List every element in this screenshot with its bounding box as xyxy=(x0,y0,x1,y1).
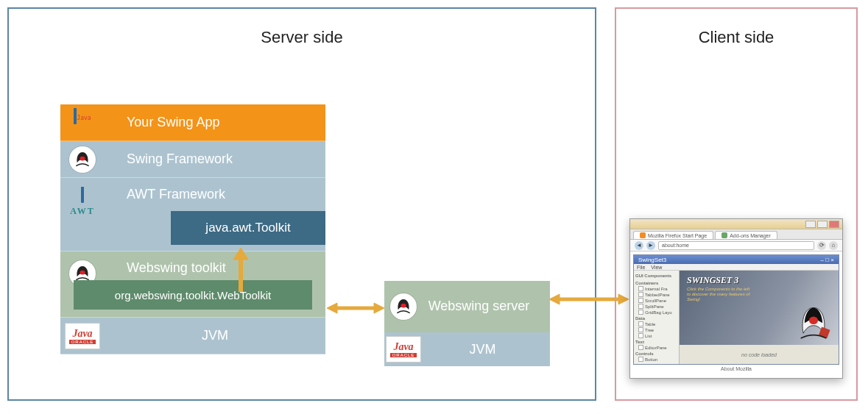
maximize-icon xyxy=(817,221,828,228)
list-item: Button xyxy=(638,357,677,362)
addons-icon xyxy=(721,232,727,238)
java-icon xyxy=(71,187,94,206)
menu-item: View xyxy=(651,265,662,270)
webswing-server-box: Webswing server Java ORACLE JVM xyxy=(384,281,550,366)
browser-viewport: SwingSet3 – □ × File View GUI Components… xyxy=(630,251,842,378)
duke-mascot-icon xyxy=(794,305,833,343)
client-side-title: Client side xyxy=(616,9,856,47)
firefox-icon xyxy=(640,232,646,238)
svg-marker-9 xyxy=(549,294,560,304)
swingset-hero: SWINGSET 3 Click the Components to the l… xyxy=(680,271,839,345)
swingset-sidebar: GUI Components Containers Internal Fra T… xyxy=(634,271,680,364)
swingset-menubar: File View xyxy=(634,264,839,271)
webswing-icon xyxy=(390,293,417,320)
browser-window: Mozilla Firefox Start Page Add-ons Manag… xyxy=(629,218,843,379)
list-item: List xyxy=(638,333,677,338)
layer-label: JVM xyxy=(105,328,325,343)
java-awt-toolkit-box: java.awt.Toolkit xyxy=(171,211,325,245)
list-item: ScrollPane xyxy=(638,298,677,303)
arrow-webtoolkit-to-server xyxy=(327,299,384,317)
list-item: SplitPane xyxy=(638,304,677,309)
svg-marker-7 xyxy=(374,303,384,313)
hero-subtitle: Click the Components to the left to disc… xyxy=(687,287,753,303)
back-icon: ◄ xyxy=(635,241,643,250)
home-icon: ⌂ xyxy=(829,241,838,250)
layer-label: Webswing server xyxy=(423,299,550,315)
layer-jvm: Java ORACLE JVM xyxy=(60,318,325,354)
list-item: TabbedPane xyxy=(638,292,677,297)
menu-item: File xyxy=(637,265,645,270)
duke-icon xyxy=(69,146,96,173)
client-side-panel: Client side Mozilla Firefox Start Page A… xyxy=(615,7,858,401)
webswing-server-layer: Webswing server xyxy=(384,281,550,332)
arrow-webtoolkit-to-awttoolkit xyxy=(230,248,252,292)
box-label: java.awt.Toolkit xyxy=(205,221,290,235)
reload-icon: ⟳ xyxy=(817,241,826,250)
browser-tab-strip: Mozilla Firefox Start Page Add-ons Manag… xyxy=(630,229,842,240)
swingset-code-panel: no code loaded xyxy=(680,345,839,364)
list-item: GridBag Layo xyxy=(638,310,677,315)
java-icon: Java xyxy=(71,108,94,138)
about-mozilla-link: About Mozilla xyxy=(633,365,839,371)
server-side-panel: Server side Java Your Swing App Swing Fr… xyxy=(7,7,596,401)
svg-point-11 xyxy=(809,317,818,324)
browser-url-field: about:home xyxy=(658,241,814,250)
close-icon xyxy=(829,221,839,228)
layer-label: AWT Framework xyxy=(105,187,325,202)
browser-titlebar xyxy=(630,219,842,229)
swingset-titlebar: SwingSet3 – □ × xyxy=(634,255,839,264)
svg-marker-4 xyxy=(233,248,248,260)
list-item: Internal Fra xyxy=(638,286,677,291)
browser-tab: Mozilla Firefox Start Page xyxy=(633,231,713,239)
browser-urlbar: ◄ ► about:home ⟳ ⌂ xyxy=(630,240,842,251)
layer-awt-framework: AWT AWT Framework java.awt.Toolkit xyxy=(60,178,325,251)
browser-tab: Add-ons Manager xyxy=(715,231,777,239)
layer-label: Webswing toolkit xyxy=(105,260,325,276)
list-item: EditorPane xyxy=(638,345,677,350)
java-oracle-icon: Java ORACLE xyxy=(65,323,100,349)
window-controls-icon: – □ × xyxy=(821,257,834,263)
forward-icon: ► xyxy=(646,241,655,250)
webswing-server-jvm-layer: Java ORACLE JVM xyxy=(384,332,550,366)
layer-webswing-toolkit: Webswing toolkit org.webswing.toolkit.We… xyxy=(60,251,325,318)
hero-title: SWINGSET 3 xyxy=(687,275,738,286)
java-oracle-icon: Java ORACLE xyxy=(386,336,421,363)
awt-text-icon: AWT xyxy=(70,206,94,217)
list-item: Table xyxy=(638,321,677,326)
svg-marker-6 xyxy=(327,303,337,313)
list-item: Tree xyxy=(638,327,677,332)
svg-point-1 xyxy=(80,271,85,275)
webtoolkit-class-box: org.webswing.toolkit.WebToolkit xyxy=(74,280,312,310)
layer-swing-framework: Swing Framework xyxy=(60,141,325,178)
svg-point-0 xyxy=(80,156,85,160)
layer-your-swing-app: Java Your Swing App xyxy=(60,104,325,141)
minimize-icon xyxy=(805,221,816,228)
server-side-title: Server side xyxy=(9,9,595,47)
svg-point-2 xyxy=(401,304,406,308)
layer-label: Your Swing App xyxy=(105,115,325,130)
layer-label: JVM xyxy=(423,342,550,357)
jvm-stack: Java Your Swing App Swing Framework AWT … xyxy=(60,104,325,354)
swingset-window: SwingSet3 – □ × File View GUI Components… xyxy=(633,254,839,365)
layer-label: Swing Framework xyxy=(105,151,325,167)
